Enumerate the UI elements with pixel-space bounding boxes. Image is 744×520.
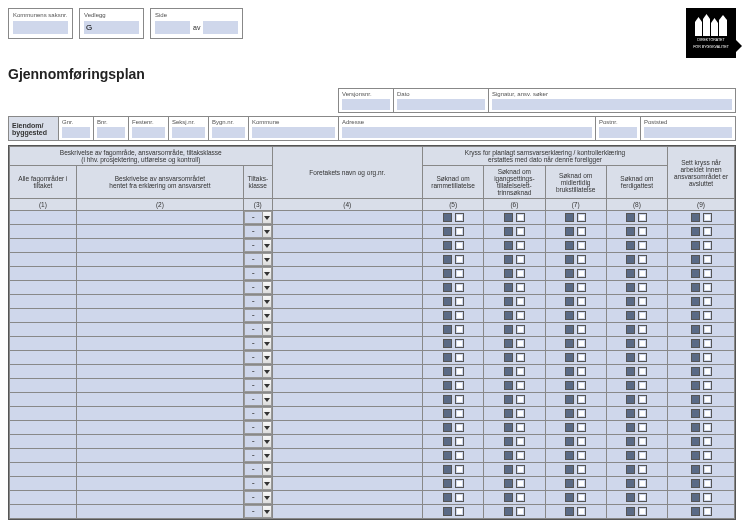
cell-ansvar[interactable] bbox=[76, 337, 243, 351]
cell-foretak[interactable] bbox=[272, 239, 422, 253]
cell-fagomrade[interactable] bbox=[10, 309, 77, 323]
checkbox[interactable] bbox=[577, 269, 586, 278]
dato-input[interactable] bbox=[397, 99, 485, 110]
cell-foretak[interactable] bbox=[272, 337, 422, 351]
checkbox[interactable] bbox=[516, 507, 525, 516]
checkbox[interactable] bbox=[638, 353, 647, 362]
checkbox[interactable] bbox=[626, 395, 635, 404]
checkbox[interactable] bbox=[455, 297, 464, 306]
checkbox[interactable] bbox=[443, 283, 452, 292]
checkbox[interactable] bbox=[691, 367, 700, 376]
tiltaksklasse-dropdown[interactable]: - bbox=[244, 253, 272, 266]
checkbox[interactable] bbox=[638, 213, 647, 222]
cell-foretak[interactable] bbox=[272, 435, 422, 449]
checkbox[interactable] bbox=[691, 339, 700, 348]
tiltaksklasse-dropdown[interactable]: - bbox=[244, 379, 272, 392]
cell-fagomrade[interactable] bbox=[10, 323, 77, 337]
checkbox[interactable] bbox=[626, 311, 635, 320]
checkbox[interactable] bbox=[443, 451, 452, 460]
checkbox[interactable] bbox=[455, 213, 464, 222]
checkbox[interactable] bbox=[638, 437, 647, 446]
checkbox[interactable] bbox=[626, 451, 635, 460]
checkbox[interactable] bbox=[504, 311, 513, 320]
checkbox[interactable] bbox=[703, 479, 712, 488]
checkbox[interactable] bbox=[691, 409, 700, 418]
checkbox[interactable] bbox=[455, 479, 464, 488]
checkbox[interactable] bbox=[455, 395, 464, 404]
checkbox[interactable] bbox=[565, 339, 574, 348]
checkbox[interactable] bbox=[455, 367, 464, 376]
checkbox[interactable] bbox=[504, 507, 513, 516]
tiltaksklasse-dropdown[interactable]: - bbox=[244, 267, 272, 280]
checkbox[interactable] bbox=[626, 479, 635, 488]
checkbox[interactable] bbox=[577, 325, 586, 334]
cell-ansvar[interactable] bbox=[76, 211, 243, 225]
checkbox[interactable] bbox=[455, 283, 464, 292]
checkbox[interactable] bbox=[703, 395, 712, 404]
checkbox[interactable] bbox=[577, 437, 586, 446]
checkbox[interactable] bbox=[565, 367, 574, 376]
checkbox[interactable] bbox=[516, 255, 525, 264]
cell-ansvar[interactable] bbox=[76, 323, 243, 337]
checkbox[interactable] bbox=[691, 423, 700, 432]
tiltaksklasse-dropdown[interactable]: - bbox=[244, 281, 272, 294]
checkbox[interactable] bbox=[504, 269, 513, 278]
checkbox[interactable] bbox=[516, 283, 525, 292]
vedlegg-input[interactable] bbox=[84, 21, 139, 34]
checkbox[interactable] bbox=[565, 325, 574, 334]
checkbox[interactable] bbox=[455, 241, 464, 250]
checkbox[interactable] bbox=[703, 437, 712, 446]
cell-ansvar[interactable] bbox=[76, 295, 243, 309]
cell-fagomrade[interactable] bbox=[10, 239, 77, 253]
checkbox[interactable] bbox=[443, 297, 452, 306]
cell-ansvar[interactable] bbox=[76, 491, 243, 505]
checkbox[interactable] bbox=[443, 353, 452, 362]
checkbox[interactable] bbox=[516, 409, 525, 418]
checkbox[interactable] bbox=[516, 367, 525, 376]
checkbox[interactable] bbox=[455, 381, 464, 390]
checkbox[interactable] bbox=[626, 493, 635, 502]
cell-foretak[interactable] bbox=[272, 505, 422, 519]
checkbox[interactable] bbox=[691, 381, 700, 390]
checkbox[interactable] bbox=[691, 353, 700, 362]
tiltaksklasse-dropdown[interactable]: - bbox=[244, 351, 272, 364]
checkbox[interactable] bbox=[565, 213, 574, 222]
tiltaksklasse-dropdown[interactable]: - bbox=[244, 435, 272, 448]
cell-ansvar[interactable] bbox=[76, 505, 243, 519]
checkbox[interactable] bbox=[455, 227, 464, 236]
checkbox[interactable] bbox=[703, 311, 712, 320]
cell-ansvar[interactable] bbox=[76, 225, 243, 239]
tiltaksklasse-dropdown[interactable]: - bbox=[244, 211, 272, 224]
cell-ansvar[interactable] bbox=[76, 253, 243, 267]
cell-fagomrade[interactable] bbox=[10, 211, 77, 225]
checkbox[interactable] bbox=[577, 255, 586, 264]
checkbox[interactable] bbox=[443, 437, 452, 446]
checkbox[interactable] bbox=[638, 367, 647, 376]
cell-ansvar[interactable] bbox=[76, 267, 243, 281]
checkbox[interactable] bbox=[504, 381, 513, 390]
side-total-input[interactable] bbox=[203, 21, 238, 34]
tiltaksklasse-dropdown[interactable]: - bbox=[244, 295, 272, 308]
checkbox[interactable] bbox=[626, 367, 635, 376]
checkbox[interactable] bbox=[504, 423, 513, 432]
checkbox[interactable] bbox=[504, 437, 513, 446]
checkbox[interactable] bbox=[577, 227, 586, 236]
checkbox[interactable] bbox=[443, 493, 452, 502]
tiltaksklasse-dropdown[interactable]: - bbox=[244, 337, 272, 350]
checkbox[interactable] bbox=[516, 437, 525, 446]
checkbox[interactable] bbox=[516, 339, 525, 348]
tiltaksklasse-dropdown[interactable]: - bbox=[244, 449, 272, 462]
cell-ansvar[interactable] bbox=[76, 477, 243, 491]
checkbox[interactable] bbox=[691, 507, 700, 516]
checkbox[interactable] bbox=[443, 423, 452, 432]
cell-foretak[interactable] bbox=[272, 449, 422, 463]
checkbox[interactable] bbox=[565, 297, 574, 306]
cell-fagomrade[interactable] bbox=[10, 477, 77, 491]
checkbox[interactable] bbox=[455, 339, 464, 348]
cell-ansvar[interactable] bbox=[76, 239, 243, 253]
checkbox[interactable] bbox=[626, 507, 635, 516]
checkbox[interactable] bbox=[626, 297, 635, 306]
cell-foretak[interactable] bbox=[272, 477, 422, 491]
checkbox[interactable] bbox=[691, 395, 700, 404]
checkbox[interactable] bbox=[703, 367, 712, 376]
